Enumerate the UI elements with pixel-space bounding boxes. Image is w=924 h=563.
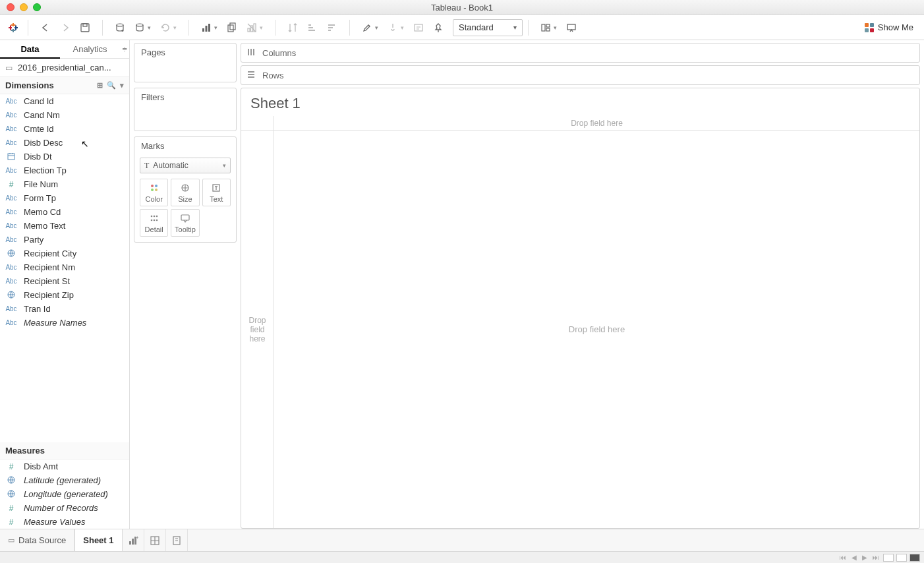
clear-sheet-button[interactable]: ▾ (243, 18, 267, 37)
svg-rect-56 (132, 539, 134, 545)
highlight-button[interactable]: ▾ (358, 18, 382, 37)
show-labels-button[interactable] (409, 18, 428, 37)
view-data-icon[interactable]: ⊞ (97, 81, 103, 90)
detail-mark-label: Detail (145, 225, 163, 233)
swap-axes-button[interactable] (283, 18, 302, 37)
dimension-field-measure-names[interactable]: AbcMeasure Names (0, 316, 129, 330)
columns-shelf[interactable]: Columns (241, 43, 920, 63)
fit-selector[interactable]: Standard ▾ (453, 19, 523, 36)
show-me-button[interactable]: Show Me (858, 22, 920, 32)
mark-type-selector[interactable]: T Automatic ▾ (140, 158, 231, 173)
pane-menu-icon[interactable]: ≑ (120, 40, 129, 58)
dimension-field-disb-desc[interactable]: AbcDisb Desc (0, 136, 129, 150)
measure-field-disb-amt[interactable]: #Disb Amt (0, 459, 129, 473)
field-type-icon (5, 490, 17, 499)
dimension-field-cand-nm[interactable]: AbcCand Nm (0, 108, 129, 122)
new-dashboard-tab[interactable] (144, 529, 166, 551)
new-worksheet-button[interactable]: ▾ (197, 18, 221, 37)
dimension-field-memo-text[interactable]: AbcMemo Text (0, 219, 129, 233)
svg-rect-50 (250, 49, 252, 55)
color-mark-button[interactable]: Color (140, 179, 168, 206)
new-worksheet-tab[interactable]: + (123, 529, 144, 551)
dimension-field-form-tp[interactable]: AbcForm Tp (0, 191, 129, 205)
new-story-tab[interactable] (166, 529, 188, 551)
tableau-logo-icon[interactable] (4, 18, 22, 37)
data-source-tab[interactable]: ▭ Data Source (0, 529, 74, 551)
pin-button[interactable] (429, 18, 448, 37)
row-drop dropzone[interactable]: Drop field here (241, 131, 274, 528)
save-button[interactable] (76, 18, 94, 37)
svg-rect-48 (181, 215, 189, 220)
dimension-field-party[interactable]: AbcParty (0, 233, 129, 247)
group-button[interactable]: ▾ (384, 18, 408, 37)
dimension-field-cmte-id[interactable]: AbcCmte Id (0, 122, 129, 136)
next-sheet-nav[interactable]: ▶ (861, 554, 869, 561)
redo-button[interactable] (56, 18, 74, 37)
presentation-mode-button[interactable] (562, 18, 581, 37)
dimension-field-memo-cd[interactable]: AbcMemo Cd (0, 205, 129, 219)
columns-label: Columns (262, 48, 296, 58)
sort-desc-button[interactable] (323, 18, 341, 37)
measure-field-latitude-generated-[interactable]: Latitude (generated) (0, 473, 129, 487)
data-tab[interactable]: Data (0, 40, 60, 58)
pane-dropdown-icon[interactable]: ▾ (120, 81, 124, 90)
measure-field-measure-values[interactable]: #Measure Values (0, 515, 129, 529)
detail-mark-button[interactable]: Detail (140, 209, 168, 237)
field-type-icon: Abc (5, 236, 17, 243)
field-name: Disb Desc (24, 138, 63, 148)
sort-asc-button[interactable] (303, 18, 322, 37)
field-name: Recipient City (24, 249, 76, 258)
dimension-field-file-num[interactable]: #File Num (0, 177, 129, 191)
svg-point-47 (156, 219, 158, 221)
filters-shelf[interactable]: Filters (134, 88, 237, 131)
dimension-field-recipient-zip[interactable]: Recipient Zip (0, 288, 129, 302)
size-mark-button[interactable]: Size (171, 179, 199, 206)
dimension-field-cand-id[interactable]: AbcCand Id (0, 94, 129, 108)
prev-sheet-nav[interactable]: ◀ (850, 554, 858, 561)
measures-header: Measures (0, 442, 129, 459)
pages-shelf[interactable]: Pages (134, 43, 237, 82)
sheet-tab[interactable]: Sheet 1 (74, 529, 122, 551)
dimension-field-recipient-nm[interactable]: AbcRecipient Nm (0, 260, 129, 274)
dimension-field-disb-dt[interactable]: Disb Dt (0, 150, 129, 163)
text-mark-button[interactable]: Text (202, 179, 231, 206)
measure-field-longitude-generated-[interactable]: Longitude (generated) (0, 487, 129, 501)
undo-button[interactable] (36, 18, 55, 37)
first-sheet-nav[interactable]: ⏮ (838, 554, 848, 561)
dimension-field-recipient-city[interactable]: Recipient City (0, 247, 129, 260)
column-dropzone[interactable]: Drop field here (274, 116, 919, 131)
marks-label: Marks (134, 137, 236, 155)
columns-icon (246, 47, 256, 59)
analytics-tab[interactable]: Analytics (60, 40, 120, 58)
datasource-item[interactable]: ▭ 2016_presidential_can... (0, 59, 129, 77)
tooltip-mark-button[interactable]: Tooltip (171, 209, 199, 237)
field-name: Cand Nm (24, 110, 60, 120)
field-name: Measure Values (24, 517, 85, 527)
main-dropzone[interactable]: Drop field here (274, 131, 919, 528)
svg-point-43 (153, 215, 155, 217)
pause-updates-button[interactable]: ▾ (130, 18, 155, 37)
svg-point-36 (151, 185, 154, 187)
svg-rect-55 (129, 541, 131, 545)
dimension-field-tran-id[interactable]: AbcTran Id (0, 302, 129, 316)
show-cards-button[interactable]: ▾ (536, 18, 561, 37)
measure-field-number-of-records[interactable]: #Number of Records (0, 501, 129, 515)
tabs-view-icon[interactable] (910, 554, 920, 562)
sheet-sorter-icon[interactable] (896, 554, 907, 562)
new-datasource-button[interactable] (111, 18, 129, 37)
field-type-icon: Abc (5, 139, 17, 146)
duplicate-sheet-button[interactable] (223, 18, 241, 37)
sheet-title[interactable]: Sheet 1 (241, 88, 919, 116)
find-field-icon[interactable]: 🔍 (107, 81, 116, 90)
svg-rect-24 (328, 27, 333, 28)
dimension-field-recipient-st[interactable]: AbcRecipient St (0, 274, 129, 288)
last-sheet-nav[interactable]: ⏭ (871, 554, 881, 561)
dimension-field-election-tp[interactable]: AbcElection Tp (0, 163, 129, 177)
field-name: Memo Text (24, 221, 65, 231)
rows-shelf[interactable]: Rows (241, 65, 920, 85)
filmstrip-view-icon[interactable] (883, 554, 894, 562)
svg-rect-1 (11, 24, 16, 26)
pages-label: Pages (134, 44, 236, 61)
refresh-button[interactable]: ▾ (156, 18, 181, 37)
tooltip-mark-label: Tooltip (175, 225, 196, 233)
